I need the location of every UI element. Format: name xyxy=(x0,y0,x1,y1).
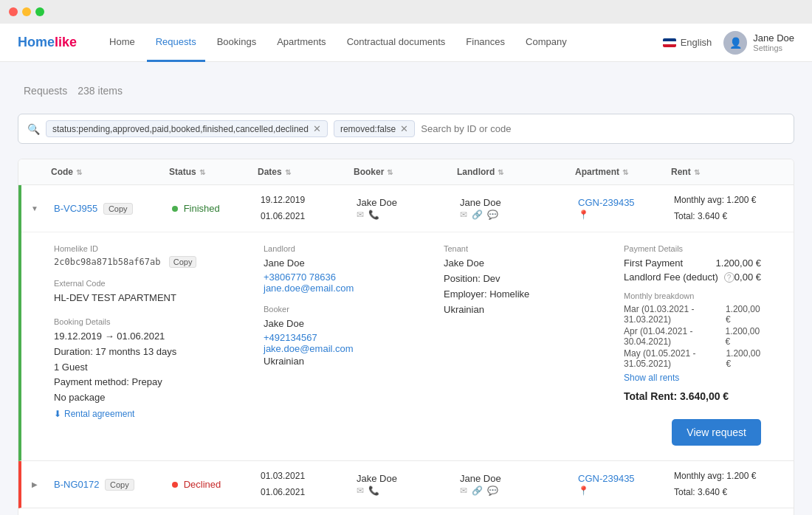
booking-payment-method: Payment method: Prepay xyxy=(54,375,246,390)
landlord-phone[interactable]: +3806770 78636 xyxy=(264,272,426,283)
landlord-email-detail[interactable]: jane.doe@email.com xyxy=(264,283,426,294)
code-link-1[interactable]: B-VCJ955 xyxy=(54,203,97,214)
copy-code-btn-2[interactable]: Copy xyxy=(105,479,134,491)
item-count: 238 items xyxy=(78,85,123,97)
payment-label: Payment Details xyxy=(624,244,761,253)
monthly-row-0: Mar (01.03.2021 - 31.03.2021) 1.200,00 € xyxy=(624,303,761,325)
close-button[interactable] xyxy=(9,7,18,16)
expand-btn-1[interactable]: ▼ xyxy=(21,204,48,212)
booker-name-detail: Jake Doe xyxy=(264,317,426,332)
top-navbar: Homelike Home Requests Bookings Apartmen… xyxy=(0,24,812,62)
status-filter-remove[interactable]: ✕ xyxy=(313,123,321,134)
sort-dates-icon: ⇅ xyxy=(285,168,291,176)
date-to-2: 01.06.2021 xyxy=(261,485,345,501)
top-right: English 👤 Jane Doe Settings xyxy=(663,31,794,55)
external-code-label: External Code xyxy=(54,279,246,288)
sort-code-icon: ⇅ xyxy=(76,168,82,176)
row-main-2[interactable]: ▶ B-NG0172 Copy Declined 01.03.2021 01.0… xyxy=(21,461,794,508)
view-request-button[interactable]: View request xyxy=(672,419,761,446)
th-landlord[interactable]: Landlord ⇅ xyxy=(451,167,569,177)
tenant-employer: Employer: Homelike xyxy=(444,287,606,303)
booker-name-2: Jake Doe xyxy=(357,473,448,484)
flag-icon xyxy=(663,38,676,47)
booker-phone[interactable]: +492134567 xyxy=(264,332,426,343)
date-to-1: 01.06.2021 xyxy=(261,209,345,225)
nav-home[interactable]: Home xyxy=(100,24,144,62)
status-filter-tag: status:pending,approved,paid,booked,fini… xyxy=(46,120,328,137)
search-bar: 🔍 status:pending,approved,paid,booked,fi… xyxy=(18,114,794,144)
rental-agreement-link[interactable]: ⬇ Rental agreement xyxy=(54,409,246,419)
row-main-1[interactable]: ▼ B-VCJ955 Copy Finished 19.12.2019 01.0… xyxy=(21,185,794,232)
row-main-3[interactable]: ▶ 19.12.2019 Jake Doe ✉ 📞 Jane Doe ✉ xyxy=(18,508,794,515)
language-label: English xyxy=(681,37,712,48)
monthly-row-2: May (01.05.2021 - 31.05.2021) 1.200,00 € xyxy=(624,348,761,370)
payment-first-row: First Payment 1.200,00 € xyxy=(624,256,761,270)
nav-contractual-documents[interactable]: Contractual documents xyxy=(338,24,455,62)
rent-total-2: Total: 3.640 € xyxy=(674,485,794,501)
expand-btn-2[interactable]: ▶ xyxy=(21,480,48,488)
apartment-location-icon-1: 📍 xyxy=(578,210,662,220)
language-selector[interactable]: English xyxy=(663,37,712,48)
status-dot-1 xyxy=(172,206,178,212)
email-icon-1: ✉ xyxy=(357,210,364,220)
apartment-cell-1: CGN-239435 📍 xyxy=(572,197,668,220)
nav-bookings[interactable]: Bookings xyxy=(208,24,265,62)
table-row-3: ▶ 19.12.2019 Jake Doe ✉ 📞 Jane Doe ✉ xyxy=(18,508,794,515)
logo-like: like xyxy=(55,35,77,49)
nav-finances[interactable]: Finances xyxy=(457,24,514,62)
logo: Homelike xyxy=(18,35,77,50)
rent-cell-2: Monthly avg: 1.200 € Total: 3.640 € xyxy=(668,469,794,500)
apartment-link-2[interactable]: CGN-239435 xyxy=(578,473,635,484)
th-code[interactable]: Code ⇅ xyxy=(45,167,163,177)
removed-filter-tag: removed:false ✕ xyxy=(334,120,415,137)
booker-label: Booker xyxy=(264,305,426,314)
booker-name-1: Jake Doe xyxy=(357,197,448,208)
copy-code-btn-1[interactable]: Copy xyxy=(103,203,133,215)
user-menu[interactable]: 👤 Jane Doe Settings xyxy=(723,31,794,55)
total-rent-value: Total Rent: 3.640,00 € xyxy=(624,390,761,402)
search-input[interactable] xyxy=(421,123,785,134)
landlord-link-icon-1: 🔗 xyxy=(472,210,483,220)
apartment-link-1[interactable]: CGN-239435 xyxy=(578,197,635,208)
th-rent[interactable]: Rent ⇅ xyxy=(665,167,794,177)
copy-homelike-id-btn[interactable]: Copy xyxy=(169,256,197,268)
th-apartment[interactable]: Apartment ⇅ xyxy=(569,167,665,177)
status-filter-label: status:pending,approved,paid,booked,fini… xyxy=(52,124,309,134)
code-link-2[interactable]: B-NG0172 xyxy=(54,479,99,490)
nav-apartments[interactable]: Apartments xyxy=(268,24,334,62)
rent-cell-1: Monthly avg: 1.200 € Total: 3.640 € xyxy=(668,193,794,224)
rent-total-1: Total: 3.640 € xyxy=(674,209,794,225)
window-controls xyxy=(0,0,812,24)
user-settings-link[interactable]: Settings xyxy=(753,44,794,52)
booker-email-detail[interactable]: jake.doe@email.com xyxy=(264,343,426,354)
status-cell-2: Declined xyxy=(166,479,255,490)
detail-people-section: Landlord Jane Doe +3806770 78636 jane.do… xyxy=(264,244,426,446)
landlord-fee-info-icon[interactable]: ? xyxy=(724,272,734,283)
th-status[interactable]: Status ⇅ xyxy=(163,167,252,177)
th-dates[interactable]: Dates ⇅ xyxy=(252,167,348,177)
dates-cell-1: 19.12.2019 01.06.2021 xyxy=(255,193,351,224)
removed-filter-remove[interactable]: ✕ xyxy=(400,123,408,134)
maximize-button[interactable] xyxy=(35,7,44,16)
monthly-period-1: Apr (01.04.2021 - 30.04.2021) xyxy=(624,326,726,347)
nav-company[interactable]: Company xyxy=(517,24,576,62)
phone-icon-1: 📞 xyxy=(368,210,379,220)
nav-requests[interactable]: Requests xyxy=(147,24,205,62)
landlord-email-icon-1: ✉ xyxy=(460,210,467,220)
code-cell-1: B-VCJ955 Copy xyxy=(48,203,166,215)
booking-package: No package xyxy=(54,390,246,406)
booker-nationality: Ukrainian xyxy=(264,354,426,370)
sort-booker-icon: ⇅ xyxy=(387,168,393,176)
booker-icons-1: ✉ 📞 xyxy=(357,210,448,220)
booking-details-label: Booking Details xyxy=(54,317,246,326)
first-payment-label: First Payment xyxy=(624,258,683,269)
sort-rent-icon: ⇅ xyxy=(694,168,700,176)
th-booker[interactable]: Booker ⇅ xyxy=(348,167,451,177)
page-content: Requests 238 items 🔍 status:pending,appr… xyxy=(0,62,812,515)
booking-dates: 19.12.2019 → 01.06.2021 xyxy=(54,329,246,345)
user-name: Jane Doe xyxy=(753,32,794,44)
status-badge-1: Finished xyxy=(172,203,220,214)
show-all-rents-link[interactable]: Show all rents xyxy=(624,373,761,383)
minimize-button[interactable] xyxy=(22,7,31,16)
detail-tenant-section: Tenant Jake Doe Position: Dev Employer: … xyxy=(444,244,606,446)
